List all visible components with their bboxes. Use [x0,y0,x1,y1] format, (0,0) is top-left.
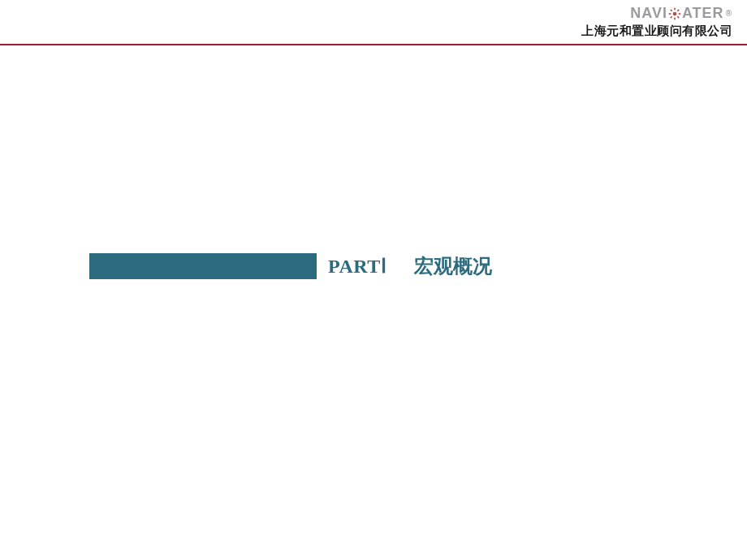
logo-prefix: NAVI [630,5,667,22]
part-label: PARTⅠ [328,255,386,278]
svg-rect-4 [679,13,681,15]
svg-rect-5 [677,9,680,11]
title-text-group: PARTⅠ 宏观概况 [328,253,492,279]
gear-icon [668,7,681,20]
svg-rect-6 [670,15,672,18]
svg-point-0 [673,11,677,15]
title-accent-bar [89,253,317,279]
header-divider [0,44,747,45]
part-title: 宏观概况 [414,253,492,279]
svg-rect-3 [669,13,671,15]
section-title-block: PARTⅠ 宏观概况 [89,253,492,279]
svg-rect-1 [674,7,676,10]
brand-logo: NAVI ATER ® [630,5,732,22]
svg-rect-8 [677,15,680,18]
header: NAVI ATER ® 上海元和置业顾问有限公司 [581,0,732,39]
registered-mark: ® [726,9,732,18]
company-name: 上海元和置业顾问有限公司 [581,24,732,39]
logo-suffix: ATER [682,5,724,22]
svg-rect-2 [674,17,676,19]
svg-rect-7 [670,9,672,11]
